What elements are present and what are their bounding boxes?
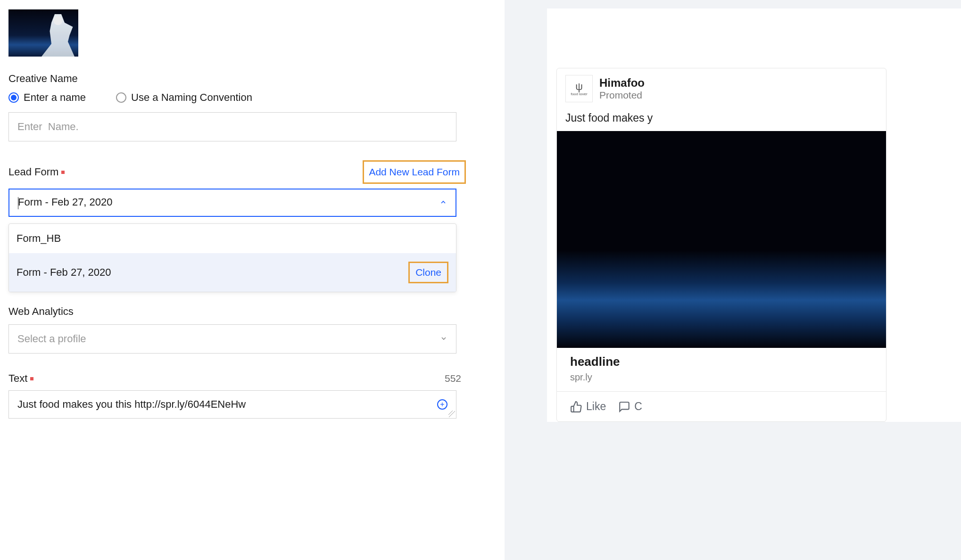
chevron-down-icon	[440, 333, 447, 345]
add-new-lead-form-button[interactable]: Add New Lead Form	[363, 160, 466, 184]
preview-viewport: ψ food lover Himafoo Promoted Just food …	[547, 8, 961, 422]
brand-name: Himafoo	[599, 76, 645, 90]
web-analytics-placeholder: Select a profile	[17, 333, 86, 345]
ad-preview-card: ψ food lover Himafoo Promoted Just food …	[556, 68, 886, 422]
comment-button[interactable]: C	[613, 397, 647, 416]
fork-icon: ψ	[575, 82, 583, 92]
radio-checked-icon	[8, 92, 19, 103]
creative-name-input[interactable]	[8, 112, 456, 141]
form-editor-panel: Creative Name Enter a name Use a Naming …	[0, 0, 505, 560]
lead-form-option[interactable]: Form - Feb 27, 2020 Clone	[9, 253, 456, 292]
comment-icon	[618, 401, 630, 413]
post-creative-image	[557, 131, 886, 348]
lead-form-options-list: Form_HB Form - Feb 27, 2020 Clone	[8, 223, 456, 292]
web-analytics-label: Web Analytics	[8, 305, 496, 318]
radio-naming-convention[interactable]: Use a Naming Convention	[116, 91, 252, 104]
post-body-text: Just food makes y	[557, 107, 886, 131]
text-value: Just food makes you this http://spr.ly/6…	[17, 398, 246, 411]
radio-enter-name[interactable]: Enter a name	[8, 91, 86, 104]
required-indicator-icon	[61, 171, 65, 174]
required-indicator-icon	[30, 377, 33, 380]
clone-lead-form-button[interactable]: Clone	[408, 262, 448, 283]
radio-enter-name-label: Enter a name	[24, 91, 86, 104]
post-header: ψ food lover Himafoo Promoted	[557, 68, 886, 107]
brand-avatar: ψ food lover	[565, 75, 593, 102]
lead-form-option-label: Form - Feb 27, 2020	[17, 266, 111, 279]
lead-form-option-label: Form_HB	[17, 232, 61, 245]
resize-handle-icon[interactable]	[448, 411, 455, 417]
post-display-link: spr.ly	[570, 372, 873, 383]
radio-unchecked-icon	[116, 92, 126, 103]
chevron-up-icon	[439, 197, 447, 209]
post-headline: headline	[570, 354, 873, 369]
web-analytics-select[interactable]: Select a profile	[8, 324, 456, 354]
creative-name-label: Creative Name	[8, 73, 496, 85]
text-field-label: Text	[8, 372, 33, 385]
lead-form-dropdown[interactable]: Form - Feb 27, 2020	[8, 189, 456, 217]
text-textarea[interactable]: Just food makes you this http://spr.ly/6…	[8, 390, 456, 419]
preview-panel: ψ food lover Himafoo Promoted Just food …	[505, 0, 961, 560]
lead-form-option[interactable]: Form_HB	[9, 224, 456, 253]
lead-form-selected-value: Form - Feb 27, 2020	[18, 196, 113, 209]
like-button[interactable]: Like	[565, 397, 611, 416]
add-variable-icon[interactable]: +	[437, 399, 447, 410]
radio-naming-convention-label: Use a Naming Convention	[131, 91, 252, 104]
like-icon	[570, 401, 582, 413]
creative-thumbnail[interactable]	[8, 9, 78, 57]
creative-name-radio-group: Enter a name Use a Naming Convention	[8, 91, 496, 104]
post-action-bar: Like C	[557, 391, 886, 421]
promoted-label: Promoted	[599, 90, 645, 101]
lead-form-label: Lead Form	[8, 166, 65, 178]
post-caption: headline spr.ly	[557, 348, 886, 391]
text-char-count: 552	[445, 373, 461, 384]
